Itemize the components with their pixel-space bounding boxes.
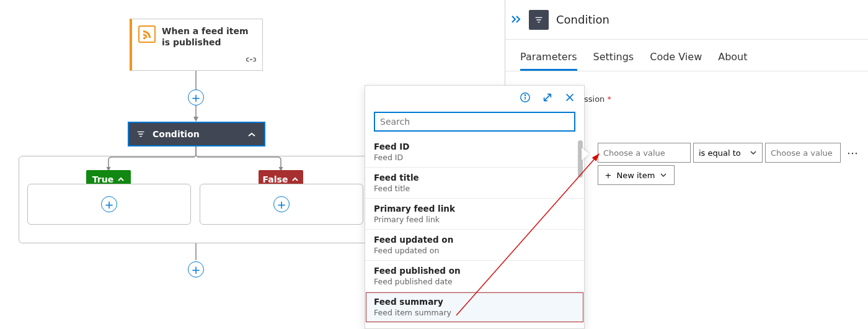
rss-icon	[138, 25, 156, 43]
true-branch-box: +	[27, 184, 191, 225]
operand-right-input[interactable]: Choose a value	[765, 143, 841, 163]
operand-left-input[interactable]	[598, 143, 691, 163]
panel-title: Condition	[556, 13, 609, 26]
add-action-false[interactable]: +	[273, 196, 290, 212]
expression-field-label: ssion *	[584, 94, 611, 104]
tab-parameters[interactable]: Parameters	[520, 51, 577, 71]
info-icon[interactable]	[520, 92, 531, 106]
chevron-down-icon	[750, 150, 757, 156]
collapse-panel-icon[interactable]	[510, 13, 521, 26]
plus-icon: +	[605, 171, 612, 180]
chevron-up-icon[interactable]	[246, 128, 258, 140]
condition-card[interactable]: Condition	[128, 122, 265, 146]
field-item-primary-link[interactable]: Primary feed link Primary feed link	[365, 199, 584, 230]
expand-icon[interactable]	[542, 92, 553, 106]
tab-about[interactable]: About	[718, 51, 747, 71]
trigger-title: When a feed item is published	[162, 25, 255, 48]
search-input[interactable]	[380, 117, 569, 127]
false-branch-box: +	[200, 184, 363, 225]
add-step-button-top[interactable]: +	[188, 89, 204, 106]
more-options-button[interactable]: ⋯	[843, 146, 862, 160]
link-icon	[246, 55, 256, 66]
popup-caret-icon	[582, 148, 589, 160]
operator-select[interactable]: is equal to	[693, 143, 763, 163]
false-label-text: False	[263, 174, 288, 184]
tab-settings[interactable]: Settings	[593, 51, 634, 71]
svg-marker-2	[193, 117, 198, 122]
operand-right-placeholder: Choose a value	[771, 148, 833, 158]
close-icon[interactable]	[564, 92, 575, 106]
chevron-down-icon	[660, 172, 667, 178]
add-step-button-bottom[interactable]: +	[188, 261, 204, 277]
field-item-updated-on[interactable]: Feed updated on Feed updated on	[365, 230, 584, 261]
field-item-published-on[interactable]: Feed published on Feed published date	[365, 261, 584, 292]
operator-label: is equal to	[699, 148, 741, 158]
chevron-up-icon	[117, 174, 125, 184]
field-item-feed-id[interactable]: Feed ID Feed ID	[365, 137, 584, 168]
chevron-up-icon	[291, 174, 299, 184]
condition-badge-icon	[529, 10, 549, 30]
svg-point-8	[525, 95, 525, 96]
true-label-text: True	[92, 174, 113, 184]
field-item-feed-title[interactable]: Feed title Feed title	[365, 168, 584, 199]
tab-code-view[interactable]: Code View	[650, 51, 702, 71]
condition-title: Condition	[153, 129, 239, 139]
new-item-button[interactable]: + New item	[598, 165, 675, 185]
add-action-true[interactable]: +	[101, 196, 117, 212]
new-item-label: New item	[617, 171, 655, 180]
trigger-card[interactable]: When a feed item is published	[130, 19, 263, 71]
dynamic-content-popup: Feed ID Feed ID Feed title Feed title Pr…	[365, 85, 585, 329]
dynamic-field-list[interactable]: Feed ID Feed ID Feed title Feed title Pr…	[365, 137, 584, 329]
condition-icon	[135, 128, 146, 140]
dynamic-search-box[interactable]	[374, 112, 575, 132]
field-item-feed-summary[interactable]: Feed summary Feed item summary	[365, 292, 584, 323]
